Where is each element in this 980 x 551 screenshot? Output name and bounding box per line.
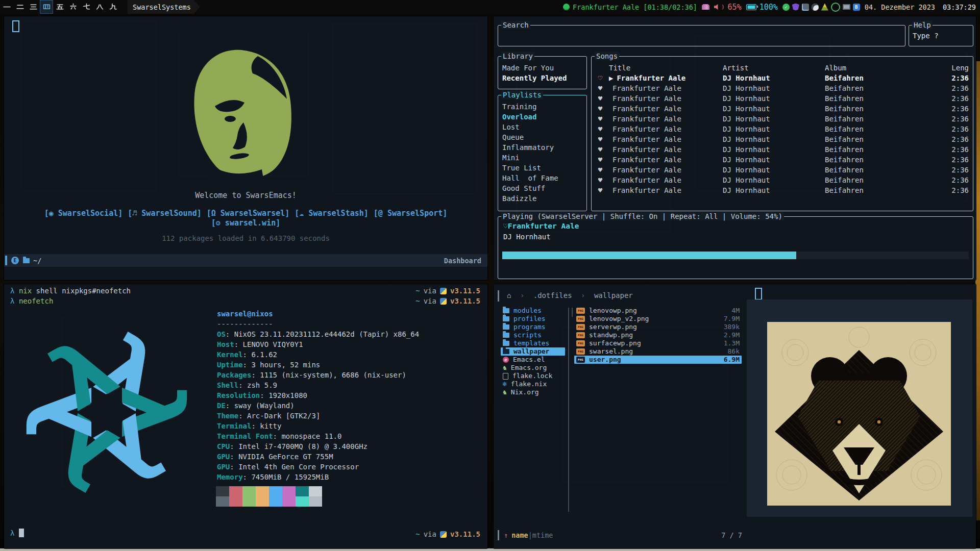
battery-status[interactable]: 100% xyxy=(746,3,778,12)
file-row[interactable]: programs xyxy=(501,323,565,331)
file-row[interactable]: Emacs.el xyxy=(501,356,565,364)
heart-icon[interactable]: ♥ xyxy=(592,155,609,165)
file-row[interactable]: surfacewp.png 1.3M xyxy=(574,339,742,347)
song-row[interactable]: ♥ Frankfurter Aale DJ Hornhaut Beifahren… xyxy=(592,155,973,165)
emacs-window[interactable]: Welcome to SwarsEmacs! [◉ SwarselSocial]… xyxy=(4,16,487,280)
song-row[interactable]: ♥ Frankfurter Aale DJ Hornhaut Beifahren… xyxy=(592,114,973,124)
workspace-四[interactable] xyxy=(40,0,53,14)
playlists-box[interactable]: Playlists TrainingOverloadLostQueueInfla… xyxy=(498,95,587,211)
song-row[interactable]: ♥ Frankfurter Aale DJ Hornhaut Beifahren… xyxy=(592,104,973,114)
playlist-item[interactable]: Training xyxy=(498,102,586,112)
syncthing-icon[interactable] xyxy=(831,3,840,12)
file-row[interactable]: user.png 6.9M xyxy=(574,356,742,364)
heart-icon[interactable]: ♥ xyxy=(592,83,609,93)
library-box[interactable]: Library Made For YouRecently Played xyxy=(498,56,587,89)
workspace-二[interactable] xyxy=(13,0,27,14)
header-artist[interactable]: Artist xyxy=(723,63,825,73)
heart-icon[interactable]: ♡ xyxy=(592,73,609,83)
heart-icon[interactable]: ♥ xyxy=(592,93,609,104)
volume-status[interactable]: ) 65% xyxy=(714,3,742,12)
song-row[interactable]: ♡ ▶Frankfurter Aale DJ Hornhaut Beifahre… xyxy=(592,73,973,83)
file-row[interactable]: flake.lock xyxy=(501,372,565,380)
workspace-八[interactable] xyxy=(93,0,106,14)
tray-app-icon[interactable] xyxy=(802,4,809,11)
song-row[interactable]: ♥ Frankfurter Aale DJ Hornhaut Beifahren… xyxy=(592,83,973,93)
heart-icon[interactable]: ♥ xyxy=(592,175,609,185)
file-row[interactable]: lenovowp_v2.png 7.9M xyxy=(574,315,742,323)
workspace-五[interactable] xyxy=(53,0,66,14)
playlist-item[interactable]: Mini xyxy=(498,153,586,163)
dashboard-link[interactable]: [☁ SwarselStash] xyxy=(295,209,369,218)
playlist-item[interactable]: Good Stuff xyxy=(498,183,586,193)
bridge-icon[interactable] xyxy=(702,4,709,10)
library-item[interactable]: Made For You xyxy=(498,63,586,73)
file-row[interactable]: Emacs.org xyxy=(501,364,565,372)
dashboard-link[interactable]: [Ω SwarselSwarsel] xyxy=(207,209,290,218)
dashboard-link[interactable]: [@ SwarselSport] xyxy=(374,209,448,218)
spotify-status[interactable]: Frankfurter Aale [01:38/02:36] xyxy=(563,3,697,11)
playlist-item[interactable]: Overload xyxy=(498,112,586,122)
heart-icon[interactable]: ♥ xyxy=(592,144,609,155)
song-row[interactable]: ♥ Frankfurter Aale DJ Hornhaut Beifahren… xyxy=(592,185,973,195)
shield-icon[interactable] xyxy=(792,4,799,11)
workspace-三[interactable] xyxy=(27,0,40,14)
help-box[interactable]: Help Type ? xyxy=(909,25,973,46)
library-item[interactable]: Recently Played xyxy=(498,73,586,83)
song-row[interactable]: ♥ Frankfurter Aale DJ Hornhaut Beifahren… xyxy=(592,144,973,155)
playlist-item[interactable]: Hall of Fame xyxy=(498,173,586,183)
music-player-window[interactable]: Search Help Type ? Library Made For YouR… xyxy=(494,16,976,280)
header-length[interactable]: Leng xyxy=(942,63,973,73)
neofetch-terminal-window[interactable]: λ nix shell nixpkgs#neofetch ~ via v3.11… xyxy=(4,284,487,548)
file-row[interactable]: templates xyxy=(501,339,565,347)
file-row[interactable]: swarsel.png 86k xyxy=(574,347,742,356)
heart-icon[interactable]: ♥ xyxy=(592,185,609,195)
workspace-七[interactable] xyxy=(80,0,93,14)
file-row[interactable]: scripts xyxy=(501,331,565,339)
workspace-九[interactable] xyxy=(106,0,119,14)
songs-box[interactable]: Songs Title Artist Album Leng ♡ ▶Frankfu… xyxy=(591,56,973,211)
heart-icon[interactable]: ♥ xyxy=(592,134,609,144)
playlist-item[interactable]: Inflammatory xyxy=(498,142,586,153)
file-row[interactable]: serverwp.png 389k xyxy=(574,323,742,331)
dashboard-homepage-link[interactable]: [⚙ swarsel.win] xyxy=(4,218,487,228)
dashboard-link[interactable]: [◉ SwarselSocial] xyxy=(44,209,123,218)
playlist-item[interactable]: True List xyxy=(498,163,586,173)
song-row[interactable]: ♥ Frankfurter Aale DJ Hornhaut Beifahren… xyxy=(592,124,973,134)
file-row[interactable]: wallpaper xyxy=(501,347,565,356)
song-row[interactable]: ♥ Frankfurter Aale DJ Hornhaut Beifahren… xyxy=(592,165,973,175)
playlist-item[interactable]: Lost xyxy=(498,122,586,132)
progress-bar[interactable] xyxy=(502,252,969,259)
heart-icon[interactable]: ♥ xyxy=(592,124,609,134)
bluetooth-icon[interactable]: B xyxy=(853,4,860,11)
header-album[interactable]: Album xyxy=(825,63,942,73)
song-row[interactable]: ♥ Frankfurter Aale DJ Hornhaut Beifahren… xyxy=(592,93,973,104)
dashboard-link[interactable]: [♬ SwarselSound] xyxy=(128,209,202,218)
playlist-item[interactable]: Queue xyxy=(498,132,586,142)
workspace-六[interactable] xyxy=(66,0,80,14)
status-indicator xyxy=(498,530,499,540)
search-box[interactable]: Search xyxy=(498,25,905,46)
playlist-item[interactable]: Badizzle xyxy=(498,193,586,204)
discord-icon[interactable] xyxy=(812,4,819,11)
workspace-一[interactable] xyxy=(0,0,13,14)
file-row[interactable]: profiles xyxy=(501,315,565,323)
home-icon[interactable]: ⌂ xyxy=(507,291,511,299)
file-row[interactable]: modules xyxy=(501,307,565,315)
checkmark-icon[interactable]: ✓ xyxy=(782,4,790,11)
breadcrumb-dotfiles[interactable]: .dotfiles xyxy=(533,291,572,299)
file-row[interactable]: Nix.org xyxy=(501,388,565,396)
song-row[interactable]: ♥ Frankfurter Aale DJ Hornhaut Beifahren… xyxy=(592,175,973,185)
heart-icon[interactable]: ♥ xyxy=(592,104,609,114)
sort-status[interactable]: ↑ name | mtime xyxy=(504,531,553,539)
heart-icon[interactable]: ♥ xyxy=(592,114,609,124)
file-row[interactable]: standwp.png 2.9M xyxy=(574,331,742,339)
header-title[interactable]: Title xyxy=(609,63,723,73)
file-manager-window[interactable]: ⌂ › .dotfiles › wallpaper modules profil… xyxy=(494,284,976,548)
file-row[interactable]: lenovowp.png 4M xyxy=(574,307,742,315)
file-row[interactable]: flake.nix xyxy=(501,380,565,388)
display-icon[interactable] xyxy=(843,4,850,10)
song-row[interactable]: ♥ Frankfurter Aale DJ Hornhaut Beifahren… xyxy=(592,134,973,144)
breadcrumb-wallpaper[interactable]: wallpaper xyxy=(594,291,633,299)
vpn-tent-icon[interactable] xyxy=(821,4,828,11)
heart-icon[interactable]: ♥ xyxy=(592,165,609,175)
